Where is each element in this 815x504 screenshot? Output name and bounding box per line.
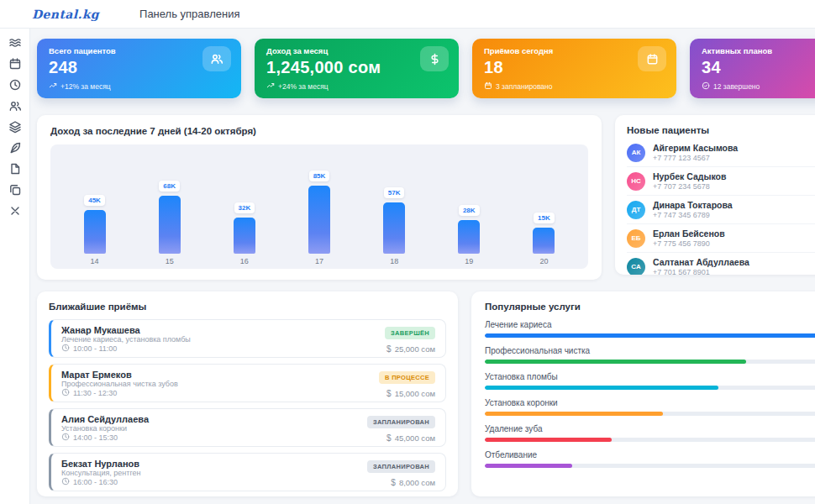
appointment-item[interactable]: Марат Ермеков Профессиональная чистка зу… [49,364,446,402]
chart-title: Доход за последние 7 дней (14-20 октября… [50,126,588,136]
sidebar-item-close[interactable] [4,202,26,223]
appointment-service: Лечение кариеса, установка пломбы [61,335,435,344]
stat-card-sub-label: +24% за месяц [278,82,329,91]
service-row: Профессиональная чистка [485,346,815,364]
patient-phone: +7 701 567 8901 [653,268,749,275]
patient-name: Салтанат Абдуллаева [653,257,749,267]
appointment-bottom-row: 14:00 - 15:30 $45,000 сом [61,433,435,443]
page-title: Панель управления [139,8,239,20]
service-progress-fill [485,464,572,468]
bar-value-label: 57K [384,187,405,198]
patient-phone: +7 777 123 4567 [653,154,738,162]
pen-icon [8,141,22,157]
dollar-icon: $ [386,389,392,398]
stat-card-sub-label: 3 запланировано [496,82,552,91]
x-axis-tick: 15 [166,254,174,269]
sidebar-item-waves[interactable] [4,34,26,55]
patient-info: Нурбек Садыков +7 707 234 5678 [653,171,726,191]
chart-bar [533,228,555,254]
appointment-price-text: 45,000 сом [395,433,435,443]
revenue-bar-chart: 45K 14 68K 15 32K 16 85K 17 57K 18 28K 1… [50,144,588,269]
new-patients-list: АК Айгерим Касымова +7 777 123 4567 НС Н… [627,139,815,275]
patient-phone: +7 775 456 7890 [653,239,725,248]
chart-bar-column: 68K 15 [132,144,207,269]
avatar: НС [627,172,645,191]
chart-bar [308,186,330,254]
service-progress-track [485,360,815,364]
appointment-price-text: 25,000 сом [395,344,435,354]
appointment-bottom-row: 11:30 - 12:30 $15,000 сом [61,388,435,398]
appointment-time-text: 14:00 - 15:30 [73,433,118,442]
service-progress-track [485,412,815,416]
chart-bar-column: 28K 19 [432,144,507,269]
sidebar-item-users[interactable] [4,97,26,118]
service-name: Установка пломбы [485,372,815,381]
service-progress-track [485,438,815,442]
service-row: Отбеливание [485,450,815,468]
sidebar-item-file[interactable] [4,160,26,181]
stat-card-subtext: 3 запланировано [484,81,665,92]
patient-name: Динара Токтарова [653,200,733,210]
stat-card-sub-label: +12% за месяц [60,82,111,91]
new-patients-panel: Новые пациенты АК Айгерим Касымова +7 77… [615,115,815,275]
stat-card-subtext: +24% за месяц [266,81,447,92]
trending-up-icon [266,81,275,92]
service-name: Установка коронки [485,398,815,407]
appointment-price-text: 15,000 сом [395,389,435,398]
appointment-time-text: 11:30 - 12:30 [73,389,117,397]
clock-icon [61,433,70,443]
appointment-item[interactable]: Алия Сейдуллаева Установка коронки 14:00… [49,408,446,447]
avatar: ДТ [627,201,645,219]
dollar-icon: $ [391,478,396,487]
sidebar-item-layers[interactable] [4,118,26,139]
sidebar-item-clock[interactable] [4,76,26,97]
x-axis-tick: 18 [390,254,398,269]
waves-icon [8,36,22,52]
patient-list-item[interactable]: НС Нурбек Садыков +7 707 234 5678 [627,167,815,196]
chart-bar-column: 15K 20 [507,144,581,269]
stat-cards-row: Всего пациентов 248 +12% за месяц Доход … [37,39,815,98]
main-content: Всего пациентов 248 +12% за месяц Доход … [37,39,815,496]
sidebar-item-copy[interactable] [4,181,26,202]
chart-bar [84,210,106,254]
file-icon [8,162,22,178]
service-progress-fill [485,412,663,416]
sidebar [0,28,30,504]
app-logo[interactable]: Dental.kg [32,8,99,21]
patient-info: Ерлан Бейсенов +7 775 456 7890 [653,228,725,248]
service-progress-fill [485,438,612,442]
calendar-icon [484,81,492,92]
appointment-price: $15,000 сом [386,389,435,398]
popular-services-title: Популярные услуги [485,302,815,312]
avatar: СА [627,258,645,276]
close-icon [8,204,22,220]
clock-icon [61,344,70,354]
patient-name: Айгерим Касымова [653,143,738,153]
bottom-row: Ближайшие приёмы Жанар Мукашева Лечение … [37,291,815,496]
appointment-time: 10:00 - 11:00 [61,344,117,354]
patient-list-item[interactable]: СА Салтанат Абдуллаева +7 701 567 8901 [627,253,815,275]
appointment-item[interactable]: Жанар Мукашева Лечение кариеса, установк… [49,319,446,358]
appointments-list: Жанар Мукашева Лечение кариеса, установк… [49,319,446,491]
bar-value-label: 85K [309,171,330,181]
service-progress-fill [485,333,815,338]
patient-list-item[interactable]: ДТ Динара Токтарова +7 747 345 6789 [627,196,815,224]
sidebar-item-calendar[interactable] [4,55,26,76]
appointment-price: $45,000 сом [386,433,435,443]
service-row: Лечение кариеса [485,320,815,338]
avatar: ЕБ [627,229,645,248]
patient-list-item[interactable]: АК Айгерим Касымова +7 777 123 4567 [627,139,815,167]
appointment-price: $8,000 сом [391,478,435,487]
calendar-icon [8,57,22,73]
service-progress-track [485,333,815,338]
dollar-icon [420,46,449,71]
appointment-time: 14:00 - 15:30 [61,433,118,443]
appointment-bottom-row: 16:00 - 16:30 $8,000 сом [61,477,435,487]
sidebar-item-pen[interactable] [4,139,26,160]
app-root: Dental.kg Панель управления Всего пациен… [0,0,815,504]
appointment-bottom-row: 10:00 - 11:00 $25,000 сом [61,344,435,354]
appointment-item[interactable]: Бекзат Нурланов Консультация, рентген 16… [49,453,446,491]
x-axis-tick: 14 [91,254,99,269]
status-badge: ЗАПЛАНИРОВАН [367,416,435,428]
patient-list-item[interactable]: ЕБ Ерлан Бейсенов +7 775 456 7890 [627,224,815,253]
